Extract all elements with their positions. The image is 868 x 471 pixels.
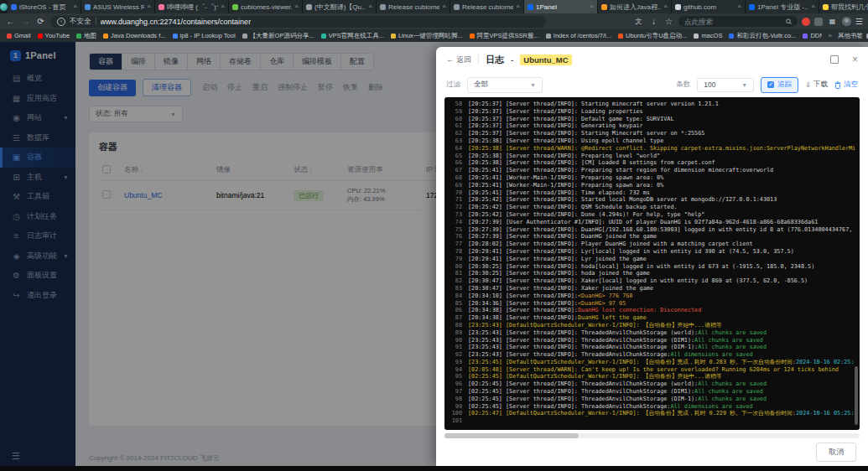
vertical-scrollbar[interactable] [855, 366, 858, 425]
log-line: 78[20:29:41] [Server thread/INFO]: Lyr[l… [450, 248, 855, 256]
url-bar[interactable]: ! 不安全 www.duanghg.cn:22741/containers/co… [50, 16, 546, 28]
security-info-icon[interactable]: ! [57, 18, 65, 26]
forward-icon[interactable]: → [20, 18, 31, 26]
bookmark-label: YouTube [45, 32, 70, 39]
browser-tab[interactable]: 如何进入Java程...× [598, 0, 672, 13]
clear-label: 清空 [844, 80, 858, 90]
log-line: 92[23:25:43] [Server thread/INFO]: Threa… [450, 351, 855, 359]
log-line: 71[20:25:42] [Server thread/INFO]: Start… [450, 196, 855, 204]
follow-label: 追踪 [777, 80, 792, 90]
tab-close-icon[interactable]: × [368, 3, 372, 10]
refresh-icon[interactable]: ⟳ [35, 18, 46, 26]
other-bookmarks[interactable]: 其他书签 [838, 32, 863, 40]
trash-icon [834, 81, 841, 89]
browser-tab[interactable]: Release cubiome...× [450, 0, 524, 13]
log-line-number: 79 [450, 256, 462, 263]
bookmark-item[interactable]: Java Downloads f... [103, 32, 165, 39]
tab-close-icon[interactable]: × [147, 3, 151, 10]
cancel-button[interactable]: 取消 [816, 443, 856, 462]
browser-tab[interactable]: (中文翻译)【Qu...× [303, 0, 377, 13]
browser-tab[interactable]: 哔哩哔哩 (゜-゜)つ...× [155, 0, 229, 13]
bookmark-item[interactable]: VPS官网在线工具... [321, 32, 384, 40]
log-line: 59[20:25:37] [Server thread/INFO]: Loadi… [450, 108, 855, 116]
bookmark-item[interactable]: Index of /centos/7/i... [546, 32, 611, 39]
screen: iStoreOS - 首页×ASUS Wireless R...×哔哩哔哩 (゜… [0, 0, 868, 471]
avatar[interactable] [842, 17, 851, 26]
back-icon[interactable]: ← [5, 18, 16, 26]
bookmarks-bar: GmailYouTube地图Java Downloads f...ip8 - I… [0, 29, 868, 42]
extension-gray-icon[interactable] [814, 18, 823, 26]
log-line: 98[02:25:45] [Server thread/INFO]: Threa… [450, 396, 855, 403]
log-line-number: 93 [450, 359, 462, 366]
log-line-number: 82 [450, 277, 462, 285]
browser-tab[interactable]: ASUS Wireless R...× [81, 0, 155, 13]
log-segment: [23:25:43] [Server thread/INFO]: Threade… [468, 337, 694, 344]
bookmark-item[interactable]: Ubuntu引导U盘启动... [618, 32, 687, 40]
log-line-number: 68 [450, 174, 462, 182]
download-icon[interactable]: ↓ [648, 18, 659, 26]
browser-tab[interactable]: 1Panel 专业版 -...× [746, 0, 819, 13]
bookmark-item[interactable]: Gmail [7, 32, 31, 39]
log-line-number: 58 [450, 101, 462, 108]
log-filter-value: 全部 [474, 80, 488, 90]
bookmark-item[interactable]: ip8 - IP Lookup Tool [173, 32, 236, 39]
tab-close-icon[interactable]: × [73, 3, 77, 10]
browser-tab[interactable]: github.com× [672, 0, 746, 13]
apps-grid-icon[interactable]: ▦ [827, 18, 838, 25]
tab-close-icon[interactable]: × [442, 3, 446, 10]
browser-tab[interactable]: Release cubiome...× [377, 0, 450, 13]
close-icon[interactable]: × [852, 54, 858, 65]
bookmark-label: 和彩云打包-Vultr.co... [736, 32, 796, 40]
horizontal-scrollbar[interactable] [444, 433, 860, 438]
tab-close-icon[interactable]: × [294, 3, 299, 10]
tab-close-icon[interactable]: × [221, 3, 225, 10]
checkbox-checked-icon[interactable]: ✓ [767, 81, 774, 88]
bookmark-item[interactable]: YouTube [38, 32, 70, 39]
log-count-select[interactable]: 100 ▼ [697, 78, 754, 92]
log-segment: [23:25:43] [Server thread/INFO]: Threade… [468, 344, 698, 351]
log-line: 89[23:25:43] [Server thread/INFO]: Threa… [450, 329, 855, 337]
tab-favicon-icon [11, 4, 17, 10]
search-input[interactable] [684, 18, 782, 26]
tab-close-icon[interactable]: × [811, 3, 815, 10]
horizontal-scrollbar-thumb[interactable] [444, 433, 579, 438]
drawer-title: 日志 [486, 54, 504, 66]
browser-tab[interactable]: 帮我找到几个适...× [819, 0, 868, 13]
bookmark-item[interactable]: 【大量新OP源码分享... [242, 32, 314, 40]
browser-logo-icon[interactable] [0, 0, 8, 13]
bookmarks-right: » 其他书签 [822, 29, 863, 42]
menu-icon[interactable]: ☰ [855, 17, 863, 26]
follow-toggle[interactable]: ✓ 追踪 [761, 77, 798, 93]
bookmark-item[interactable]: 地图 [76, 32, 96, 40]
search-box[interactable] [678, 16, 798, 27]
browser-tab[interactable]: 1Panel× [524, 0, 598, 13]
log-line-number: 95 [450, 373, 462, 380]
extension-red-icon[interactable] [802, 18, 810, 26]
url-text[interactable]: www.duanghg.cn:22741/containers/containe… [101, 18, 252, 26]
back-button[interactable]: ← 返回 [446, 54, 471, 65]
log-segment: All chunks are saved [698, 329, 767, 337]
star-icon[interactable]: ☆ [663, 18, 674, 26]
bookmark-item[interactable]: macOS [694, 32, 722, 39]
log-line: 86[20:34:38] [Server thread/INFO]: DuanH… [450, 307, 855, 314]
bookmarks-overflow-icon[interactable]: » [829, 32, 832, 39]
log-segment: DuanHG left the game [578, 314, 647, 322]
log-line: 94[02:05:48] [Server thread/WARN]: Can't… [450, 366, 855, 374]
tab-close-icon[interactable]: × [590, 3, 594, 10]
tab-close-icon[interactable]: × [663, 3, 668, 10]
log-line: 101 [450, 417, 855, 425]
fullscreen-icon[interactable] [830, 55, 839, 64]
log-filter-select[interactable]: 全部 ▼ [467, 77, 543, 93]
tab-label: Release cubiome... [462, 3, 513, 11]
bookmark-item[interactable]: 和彩云打包-Vultr.co... [729, 32, 796, 40]
tab-close-icon[interactable]: × [516, 3, 520, 10]
tab-close-icon[interactable]: × [737, 3, 741, 10]
download-logs-button[interactable]: ⇩ 下载 [805, 80, 828, 90]
bookmark-item[interactable]: 阿里VPS提供SSR服... [470, 32, 539, 40]
browser-tab[interactable]: cubiomes-viewer...× [229, 0, 303, 13]
bookmark-item[interactable]: Linux一键管理网站脚... [391, 32, 463, 40]
bookmark-label: 地图 [84, 32, 96, 40]
clear-logs-button[interactable]: 清空 [834, 80, 858, 90]
translate-icon[interactable]: 文 [633, 18, 644, 25]
browser-tab[interactable]: iStoreOS - 首页× [8, 0, 81, 13]
